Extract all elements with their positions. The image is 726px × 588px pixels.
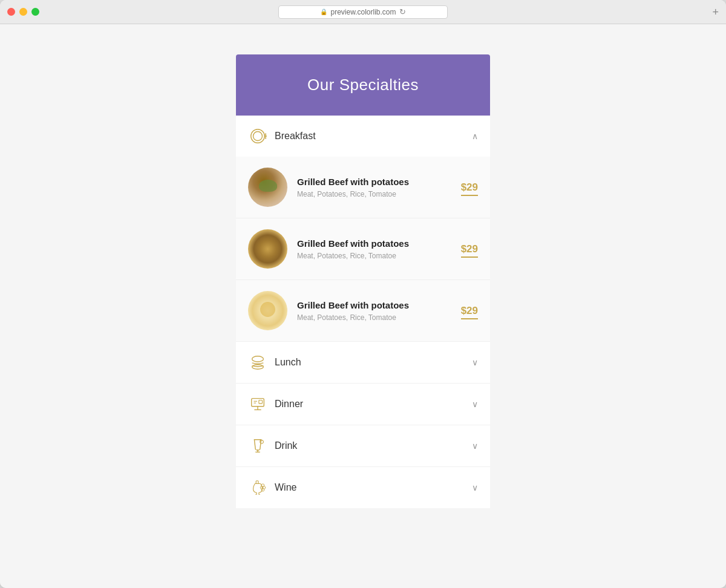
maximize-button[interactable] xyxy=(31,8,39,16)
item-name-2: Grilled Beef with potatoes xyxy=(297,238,451,250)
menu-item: Grilled Beef with potatoes Meat, Potatoe… xyxy=(236,280,490,341)
wine-label: Wine xyxy=(275,482,465,493)
item-info-2: Grilled Beef with potatoes Meat, Potatoe… xyxy=(297,238,451,261)
item-price-1: $29 xyxy=(461,181,478,194)
item-name-3: Grilled Beef with potatoes xyxy=(297,299,451,312)
menu-item: Grilled Beef with potatoes Meat, Potatoe… xyxy=(236,218,490,280)
dinner-icon xyxy=(248,394,267,414)
accordion-header-breakfast[interactable]: Breakfast ∧ xyxy=(236,116,490,157)
item-name-1: Grilled Beef with potatoes xyxy=(297,176,451,188)
accordion-section-lunch: Lunch ∨ xyxy=(236,342,490,384)
accordion-header-wine[interactable]: Wine ∨ xyxy=(236,467,490,508)
accordion-section-wine: Wine ∨ xyxy=(236,467,490,508)
item-desc-3: Meat, Potatoes, Rice, Tomatoe xyxy=(297,313,451,322)
item-desc-2: Meat, Potatoes, Rice, Tomatoe xyxy=(297,252,451,260)
breakfast-label: Breakfast xyxy=(275,131,465,142)
food-image-3 xyxy=(248,291,287,330)
svg-point-6 xyxy=(252,356,264,362)
food-image-1 xyxy=(248,168,287,207)
wine-icon xyxy=(248,478,267,497)
svg-rect-13 xyxy=(259,400,263,403)
breakfast-content: Grilled Beef with potatoes Meat, Potatoe… xyxy=(236,157,490,341)
item-desc-1: Meat, Potatoes, Rice, Tomatoe xyxy=(297,190,451,198)
item-price-2: $29 xyxy=(461,243,478,255)
chevron-down-icon: ∨ xyxy=(472,483,478,492)
page-content: Our Specialties xyxy=(0,24,726,588)
svg-rect-18 xyxy=(256,481,258,484)
drink-icon xyxy=(248,436,267,456)
chevron-down-icon: ∨ xyxy=(472,358,478,367)
utensils-icon xyxy=(248,126,267,146)
new-tab-button[interactable]: + xyxy=(712,5,719,18)
reload-icon[interactable]: ↻ xyxy=(399,7,406,16)
accordion-header-lunch[interactable]: Lunch ∨ xyxy=(236,342,490,383)
accordion-header-dinner[interactable]: Dinner ∨ xyxy=(236,384,490,425)
svg-point-1 xyxy=(253,132,263,141)
item-info-3: Grilled Beef with potatoes Meat, Potatoe… xyxy=(297,299,451,322)
close-button[interactable] xyxy=(7,8,15,16)
chevron-down-icon: ∨ xyxy=(472,399,478,409)
lock-icon: 🔒 xyxy=(320,8,327,15)
accordion: Breakfast ∧ Grilled Beef with potatoes M… xyxy=(236,116,490,508)
burger-icon xyxy=(248,353,267,372)
drink-label: Drink xyxy=(275,440,465,451)
food-image-2 xyxy=(248,229,287,269)
dinner-label: Dinner xyxy=(275,399,465,410)
specialties-header: Our Specialties xyxy=(236,54,490,116)
lunch-label: Lunch xyxy=(275,357,465,368)
minimize-button[interactable] xyxy=(19,8,27,16)
item-info-1: Grilled Beef with potatoes Meat, Potatoe… xyxy=(297,176,451,199)
item-price-3: $29 xyxy=(461,305,478,317)
accordion-header-drink[interactable]: Drink ∨ xyxy=(236,425,490,466)
url-text: preview.colorlib.com xyxy=(330,8,396,16)
svg-point-23 xyxy=(261,484,264,487)
mac-window: 🔒 preview.colorlib.com ↻ + Our Specialti… xyxy=(0,0,726,588)
menu-item: Grilled Beef with potatoes Meat, Potatoe… xyxy=(236,157,490,218)
page-title: Our Specialties xyxy=(248,76,478,94)
titlebar: 🔒 preview.colorlib.com ↻ + xyxy=(0,0,726,24)
accordion-section-drink: Drink ∨ xyxy=(236,425,490,467)
specialties-container: Our Specialties xyxy=(236,54,490,558)
chevron-down-icon: ∨ xyxy=(472,441,478,451)
chevron-up-icon: ∧ xyxy=(472,131,478,141)
accordion-section-breakfast: Breakfast ∧ Grilled Beef with potatoes M… xyxy=(236,116,490,342)
address-bar[interactable]: 🔒 preview.colorlib.com ↻ xyxy=(278,5,448,19)
accordion-section-dinner: Dinner ∨ xyxy=(236,384,490,425)
